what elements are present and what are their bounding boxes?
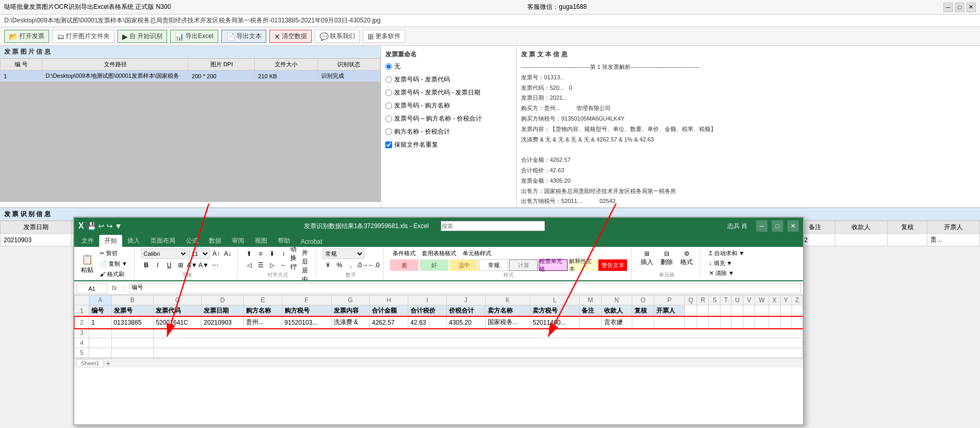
cell-g2[interactable]: 洗涤费 &	[331, 317, 370, 328]
col-W-header[interactable]: W	[755, 295, 769, 305]
col-O-header[interactable]: O	[632, 295, 654, 305]
cell-k2[interactable]: 国家税务...	[485, 317, 530, 328]
cell-j2[interactable]: 4305.20	[446, 317, 485, 328]
col-G-header[interactable]: G	[331, 295, 370, 305]
style-neutral[interactable]: 适中	[450, 259, 478, 271]
cell-x2[interactable]	[769, 317, 780, 328]
cell-y2[interactable]	[780, 317, 792, 328]
clear-button[interactable]: ✕ 清除 ▼	[706, 268, 754, 278]
formula-input[interactable]: 编号	[129, 283, 801, 293]
cell-z2[interactable]	[792, 317, 802, 328]
sheet-tab[interactable]: Sheet1	[76, 359, 104, 367]
cell-s2[interactable]	[709, 317, 721, 328]
underline-button[interactable]: U	[164, 260, 174, 270]
close-button[interactable]: ✕	[966, 3, 976, 12]
cell-h2[interactable]: 4262.57	[370, 317, 408, 328]
format-painter-button[interactable]: 🖌 格式刷	[97, 269, 130, 279]
style-bad[interactable]: 差	[390, 259, 419, 271]
col-Y-header[interactable]: Y	[780, 295, 792, 305]
text-direction-button[interactable]: ↕	[278, 248, 289, 259]
fill-color-button[interactable]: A▼	[187, 260, 197, 270]
italic-button[interactable]: I	[152, 260, 163, 270]
col-H-header[interactable]: H	[370, 295, 408, 305]
clear-data-button[interactable]: ✕ 清空数据	[269, 30, 312, 43]
insert-cell-button[interactable]: ⊞ 插入	[638, 248, 656, 268]
col-X-header[interactable]: X	[769, 295, 780, 305]
export-excel-button[interactable]: 📊 导出Excel	[170, 30, 218, 43]
format-cell-button[interactable]: ⚙ 格式	[678, 248, 695, 268]
dropdown-icon[interactable]: ▼	[115, 222, 122, 230]
rename-option-num-buyer[interactable]: 发票号码 - 购方名称	[385, 101, 512, 110]
style-check[interactable]: 检查单元格	[539, 259, 568, 271]
undo-icon[interactable]: ↩	[98, 222, 104, 230]
cell-r1[interactable]	[697, 305, 709, 317]
number-format-select[interactable]: 常规	[323, 248, 364, 259]
col-N-header[interactable]: N	[601, 295, 632, 305]
align-top-button[interactable]: ⬆	[244, 248, 254, 259]
col-J-header[interactable]: J	[446, 295, 485, 305]
keep-duplicate-checkbox[interactable]: 保留文件名重复	[385, 140, 512, 149]
tab-home[interactable]: 开始	[99, 235, 122, 247]
cell-n1[interactable]: 收款人	[601, 305, 632, 317]
decrease-font-button[interactable]: A↓	[222, 248, 233, 259]
increase-decimal-button[interactable]: .0→	[357, 260, 368, 270]
font-family-select[interactable]: Calibri	[141, 248, 188, 259]
font-size-select[interactable]: 11	[189, 248, 210, 259]
cell-m1[interactable]: 备注	[579, 305, 601, 317]
cell-f1[interactable]: 购方税号	[282, 305, 331, 317]
style-note[interactable]: 解释性文本	[569, 259, 597, 271]
col-M-header[interactable]: M	[579, 295, 601, 305]
cell-v1[interactable]	[743, 305, 755, 317]
name-box[interactable]: A1	[76, 283, 108, 293]
cell-a5[interactable]	[89, 348, 112, 358]
cell-z1[interactable]	[792, 305, 802, 317]
export-text-button[interactable]: 📄 导出文本	[221, 30, 266, 43]
bold-button[interactable]: B	[141, 260, 151, 270]
cell-r2[interactable]	[697, 317, 709, 328]
image-row[interactable]: 1 D:\Desktop\009本地测试图\00001发票样本\国家税务 200…	[1, 70, 381, 82]
paste-button[interactable]: 📋 粘贴	[78, 252, 96, 276]
cell-o2[interactable]	[632, 317, 654, 328]
conditional-format-button[interactable]: 条件格式	[390, 248, 418, 258]
tab-formula[interactable]: 公式	[181, 235, 204, 247]
font-color-button[interactable]: A▼	[198, 260, 209, 270]
col-I-header[interactable]: I	[408, 295, 447, 305]
tab-help[interactable]: 帮助	[273, 235, 296, 247]
col-L-header[interactable]: L	[530, 295, 580, 305]
cell-y1[interactable]	[780, 305, 792, 317]
decrease-decimal-button[interactable]: ←.0	[369, 260, 379, 270]
currency-button[interactable]: ¥	[323, 260, 333, 270]
cell-o1[interactable]: 复核	[632, 305, 654, 317]
col-P-header[interactable]: P	[654, 295, 684, 305]
more-font-button[interactable]: ⋯	[210, 260, 220, 270]
tab-page-layout[interactable]: 页面布局	[145, 235, 181, 247]
wrap-text-button[interactable]: 自动换行	[290, 248, 300, 259]
style-good[interactable]: 好	[420, 259, 448, 271]
cell-c1[interactable]: 发票代码	[154, 305, 202, 317]
col-K-header[interactable]: K	[485, 295, 530, 305]
comma-button[interactable]: ,	[346, 260, 356, 270]
excel-search[interactable]	[441, 221, 545, 231]
cell-t2[interactable]	[721, 317, 731, 328]
fill-button[interactable]: ↓ 填充 ▼	[706, 258, 754, 268]
style-normal[interactable]: 常规	[479, 259, 508, 271]
cell-b5[interactable]	[111, 348, 154, 358]
percent-button[interactable]: %	[334, 260, 345, 270]
col-V-header[interactable]: V	[743, 295, 755, 305]
rename-option-none[interactable]: 无	[385, 62, 512, 71]
col-E-header[interactable]: E	[244, 295, 282, 305]
align-bottom-button[interactable]: ⬇	[267, 248, 277, 259]
rename-option-num-buyer-total[interactable]: 发票号码 – 购方名称 - 价税合计	[385, 114, 512, 123]
cell-b4[interactable]	[111, 338, 154, 348]
open-folder-button[interactable]: 🗂 打开图片文件夹	[52, 30, 114, 43]
cell-e2[interactable]: 贵州...	[244, 317, 282, 328]
cell-i2[interactable]: 42.63	[408, 317, 447, 328]
cell-p2[interactable]	[654, 317, 684, 328]
align-left-button[interactable]: ◁	[244, 260, 254, 270]
cell-e1[interactable]: 购方名称	[244, 305, 282, 317]
align-middle-button[interactable]: ≡	[255, 248, 266, 259]
cell-h1[interactable]: 合计金额	[370, 305, 408, 317]
delete-cell-button[interactable]: ⊟ 删除	[658, 248, 676, 268]
col-R-header[interactable]: R	[697, 295, 709, 305]
cell-g1[interactable]: 发票内容	[331, 305, 370, 317]
